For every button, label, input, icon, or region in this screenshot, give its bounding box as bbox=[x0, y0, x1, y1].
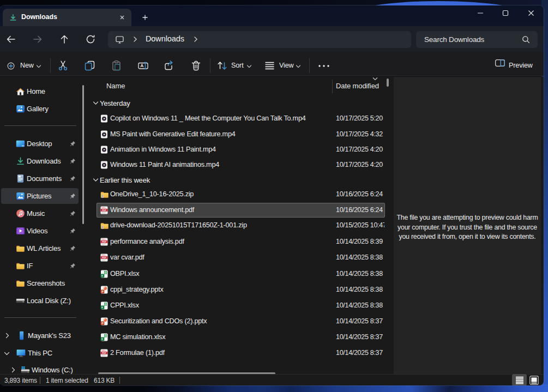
svg-text:P: P bbox=[101, 290, 104, 293]
svg-text:PDF: PDF bbox=[102, 241, 106, 243]
svg-text:PDF: PDF bbox=[102, 209, 106, 212]
svg-text:P: P bbox=[101, 322, 104, 325]
svg-text:PDF: PDF bbox=[102, 257, 106, 259]
svg-text:PDF: PDF bbox=[102, 352, 106, 354]
